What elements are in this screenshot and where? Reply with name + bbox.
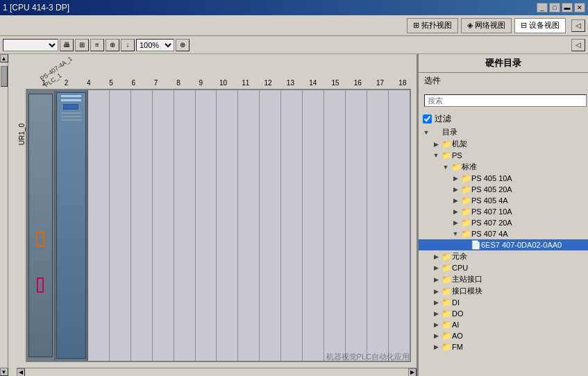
tree-ps40510a[interactable]: ▶ 📁 PS 405 10A: [419, 173, 588, 184]
jia-arrow: ▶: [431, 141, 441, 148]
ps40710a-arrow: ▶: [451, 208, 460, 215]
tree-fm[interactable]: ▶ 📁 FM: [419, 341, 588, 352]
cpu-label: CPU: [452, 264, 468, 272]
scroll-down-btn[interactable]: ▼: [0, 368, 8, 376]
zoom-in-button[interactable]: ⊕: [106, 39, 119, 51]
tree-ps[interactable]: ▼ 📁 PS: [419, 150, 588, 161]
catalog-tree[interactable]: ▼ 目录 ▶ 📁 机架 ▼ 📁 PS ▼ 📁 标准: [419, 126, 588, 376]
tree-ps40710a[interactable]: ▶ 📁 PS 407 10A: [419, 206, 588, 217]
slot-14[interactable]: [303, 90, 324, 361]
zoom-down-button[interactable]: ↓: [121, 39, 135, 51]
ao-label: AO: [452, 332, 463, 340]
bz-arrow: ▼: [441, 164, 451, 171]
tree-bz[interactable]: ▼ 📁 标准: [419, 161, 588, 173]
topology-icon: ⊞: [413, 21, 419, 30]
slot-6[interactable]: [131, 90, 153, 361]
scroll-right-btn[interactable]: ▶: [408, 368, 417, 377]
zoom-reset-button[interactable]: ⊕: [176, 39, 190, 51]
slot-17[interactable]: [367, 90, 389, 361]
tree-ai[interactable]: ▶ 📁 AI: [419, 319, 588, 330]
ps4054a-label: PS 405 4A: [471, 196, 508, 205]
slot-9[interactable]: [196, 90, 217, 361]
slot-ps[interactable]: [27, 90, 56, 361]
col-13: 13: [279, 79, 301, 87]
slot-cpu[interactable]: [56, 90, 88, 361]
tree-do[interactable]: ▶ 📁 DO: [419, 308, 588, 319]
rack-background[interactable]: [26, 89, 411, 362]
tab-network[interactable]: ◈ 网络视图: [461, 18, 512, 33]
tree-yuanjian[interactable]: ▶ 📁 元余: [419, 250, 588, 262]
tree-ps40720a[interactable]: ▶ 📁 PS 407 20A: [419, 217, 588, 228]
network-icon: ◈: [467, 21, 473, 30]
tree-zhuzhan[interactable]: ▶ 📁 主站接口: [419, 273, 588, 285]
slot-12[interactable]: [260, 90, 281, 361]
slot-16[interactable]: [346, 90, 367, 361]
cpu-arrow: ▶: [431, 264, 441, 271]
ps40510a-label: PS 405 10A: [471, 174, 512, 182]
side-toggle-button[interactable]: ◁: [571, 39, 585, 51]
slot-5[interactable]: [110, 90, 131, 361]
col-1: 1: [33, 79, 55, 87]
search-input[interactable]: [424, 94, 587, 107]
tree-ao[interactable]: ▶ 📁 AO: [419, 330, 588, 341]
window-title: 1 [CPU 414-3 DP]: [3, 3, 69, 12]
6es7407-label: 6ES7 407-0DA02-0AA0: [481, 241, 562, 249]
tab-device[interactable]: ⊟ 设备视图: [514, 18, 566, 33]
col-11: 11: [235, 79, 257, 87]
ps4074a-arrow: ▼: [451, 230, 460, 237]
slot-4[interactable]: [88, 90, 110, 361]
col-16: 16: [346, 79, 369, 87]
tree-di[interactable]: ▶ 📁 DI: [419, 297, 588, 308]
item-select[interactable]: [3, 39, 58, 51]
di-arrow: ▶: [431, 299, 441, 306]
col-10: 10: [212, 79, 234, 87]
tool-btn2[interactable]: ≡: [90, 39, 104, 51]
zoom-select[interactable]: 100%: [136, 39, 174, 51]
scroll-thumb[interactable]: [1, 66, 8, 87]
folder-icon-ps40710a: 📁: [460, 207, 471, 216]
ps-arrow: ▼: [431, 152, 441, 159]
yuanjian-label: 元余: [452, 251, 467, 262]
row-label: UR1_0: [18, 123, 26, 145]
restore-button[interactable]: ▬: [562, 3, 573, 12]
close-button[interactable]: ✕: [574, 3, 585, 12]
slot-18[interactable]: [389, 90, 410, 361]
minimize-button[interactable]: _: [537, 3, 548, 12]
tab-topology[interactable]: ⊞ 拓扑视图: [407, 18, 458, 33]
do-arrow: ▶: [431, 310, 441, 317]
folder-icon-ai: 📁: [441, 320, 452, 330]
tree-cpu[interactable]: ▶ 📁 CPU: [419, 262, 588, 273]
print-button[interactable]: 🖶: [60, 39, 74, 51]
do-label: DO: [452, 309, 464, 318]
pink-indicator: [37, 277, 44, 293]
fm-arrow: ▶: [431, 343, 441, 350]
tree-ps4074a[interactable]: ▼ 📁 PS 407 4A: [419, 228, 588, 239]
tree-jiekoumk[interactable]: ▶ 📁 接口模块: [419, 285, 588, 297]
tree-jia[interactable]: ▶ 📁 机架: [419, 138, 588, 150]
tool-btn1[interactable]: ⊞: [75, 39, 89, 51]
scroll-left-btn[interactable]: ◀: [17, 368, 25, 377]
slot-15[interactable]: [324, 90, 346, 361]
col-2: 2: [55, 79, 77, 87]
tree-6es7407[interactable]: 📄 6ES7 407-0DA02-0AA0: [419, 239, 588, 250]
zhuzhan-label: 主站接口: [452, 274, 482, 284]
plc-view: PS-407-4A_1 PLC_1 1 2 4 5 6 7 8 9 10 11 …: [8, 54, 417, 376]
slot-13[interactable]: [281, 90, 303, 361]
slot-8[interactable]: [174, 90, 196, 361]
tree-catalog-root[interactable]: ▼ 目录: [419, 126, 588, 138]
panel-toggle-button[interactable]: ◁: [571, 19, 585, 32]
slot-10[interactable]: [217, 90, 238, 361]
device-label: 设备视图: [529, 20, 560, 31]
scroll-up-btn[interactable]: ▲: [0, 54, 8, 62]
jia-label: 机架: [452, 139, 467, 149]
folder-icon-bz: 📁: [451, 162, 462, 172]
slot-7[interactable]: [153, 90, 174, 361]
maximize-button[interactable]: □: [549, 3, 560, 12]
slot-11[interactable]: [238, 90, 260, 361]
ps-label: PS: [452, 151, 462, 160]
tree-ps4054a[interactable]: ▶ 📁 PS 405 4A: [419, 195, 588, 206]
ps40710a-label: PS 407 10A: [471, 207, 512, 216]
tree-ps40520a[interactable]: ▶ 📁 PS 405 20A: [419, 184, 588, 195]
filter-checkbox[interactable]: [423, 114, 432, 123]
column-headers: 1 2 4 5 6 7 8 9 10 11 12 13 14 15 16 17 …: [33, 79, 414, 87]
